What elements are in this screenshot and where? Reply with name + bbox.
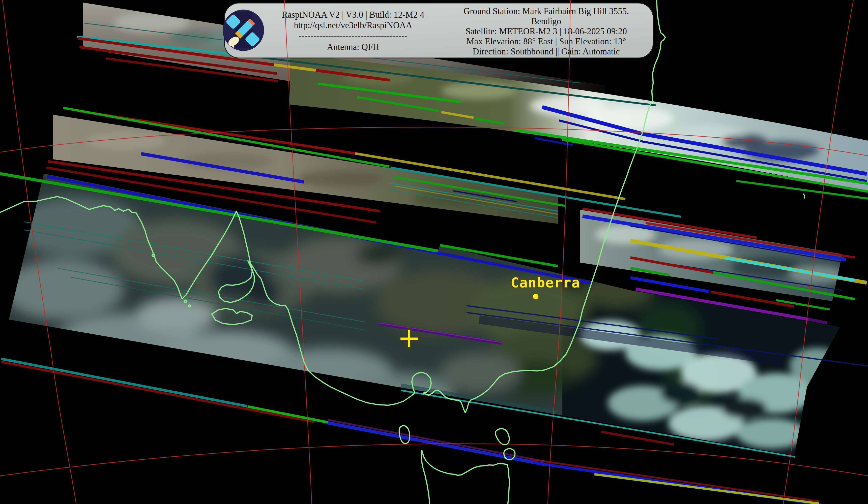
banner-left-line1: RaspiNOAA V2 | V3.0 | Build: 12-M2 4 xyxy=(282,10,424,20)
banner-left-divider: ------------------------------------- xyxy=(299,31,407,40)
satellite-image-canvas: RaspiNOAA V2 | V3.0 | Build: 12-M2 4 htt… xyxy=(0,0,868,504)
banner-right-line3: Satellite: METEOR-M2 3 | 18-06-2025 09:2… xyxy=(466,27,627,36)
banner-left-line3: Antenna: QFH xyxy=(327,42,379,52)
banner-right-line1: Ground Station: Mark Fairbairn Big Hill … xyxy=(464,6,629,16)
raspinoaa-logo-icon xyxy=(223,10,264,51)
banner-right-line5: Direction: Southbound || Gain: Automatic xyxy=(473,46,620,56)
banner-right-line4: Max Elevation: 88° East | Sun Elevation:… xyxy=(466,36,626,46)
city-label-canberra: Canberra xyxy=(511,275,580,291)
satellite-pass-image: RaspiNOAA V2 | V3.0 | Build: 12-M2 4 htt… xyxy=(0,0,868,504)
banner-left-line2: http://qsl.net/ve3elb/RaspiNOAA xyxy=(294,20,412,30)
city-dot-canberra xyxy=(533,294,539,300)
banner-right-line2: Bendigo xyxy=(531,17,561,26)
